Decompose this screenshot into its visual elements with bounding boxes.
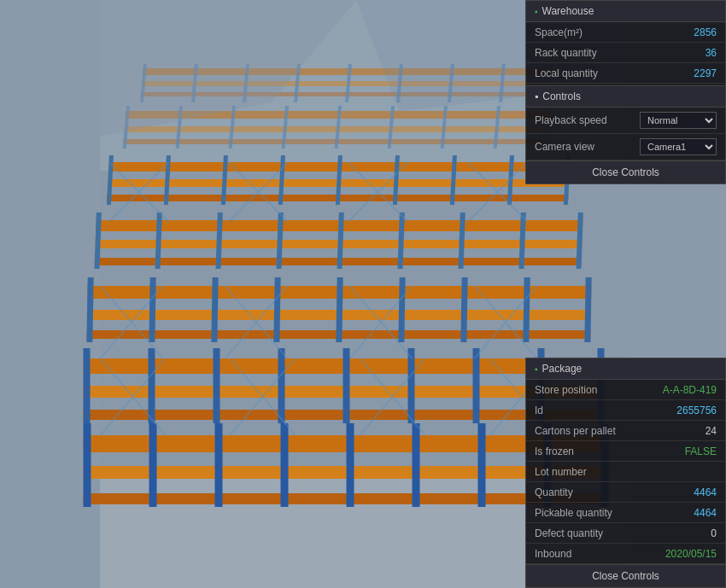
package-inbound-row: Inbound 2020/05/15 [526, 544, 725, 564]
package-defect-value: 0 [711, 527, 717, 539]
warehouse-local-row: Local quantity 2297 [526, 63, 725, 84]
svg-rect-57 [273, 277, 280, 342]
warehouse-rack-label: Rack quantity [535, 47, 706, 59]
controls-section-header: ▪ Controls [526, 85, 725, 108]
svg-rect-60 [460, 277, 467, 342]
camera-view-label: Camera view [535, 141, 640, 153]
package-defect-row: Defect quantity 0 [526, 523, 725, 544]
svg-rect-58 [336, 277, 343, 342]
package-store-position-value: A-A-8D-419 [663, 384, 717, 396]
svg-rect-71 [408, 348, 415, 423]
playback-speed-select[interactable]: Normal Slow Fast [640, 112, 717, 129]
package-pickable-label: Pickable quantity [535, 507, 694, 519]
package-quantity-row: Quantity 4464 [526, 482, 725, 503]
package-inbound-value: 2020/05/15 [665, 548, 717, 560]
playback-speed-label: Playback speed [535, 114, 640, 126]
package-panel-header: ▪ Package [526, 358, 725, 380]
warehouse-space-row: Space(m²) 2856 [526, 22, 725, 43]
warehouse-panel: ▪ Warehouse Space(m²) 2856 Rack quantity… [525, 0, 726, 184]
package-bullet-icon: ▪ [535, 364, 538, 374]
warehouse-panel-body: Space(m²) 2856 Rack quantity 36 Local qu… [526, 22, 725, 84]
warehouse-local-value: 2297 [694, 67, 717, 79]
package-pickable-value: 4464 [694, 507, 717, 519]
package-frozen-label: Is frozen [535, 445, 685, 457]
svg-rect-82 [347, 423, 354, 507]
warehouse-local-label: Local quantity [535, 67, 694, 79]
package-cartons-row: Cartons per pallet 24 [526, 421, 725, 441]
svg-rect-78 [84, 423, 91, 507]
warehouse-close-controls-button[interactable]: Close Controls [526, 160, 725, 183]
svg-rect-66 [84, 348, 91, 423]
warehouse-space-value: 2856 [694, 26, 717, 38]
playback-speed-row: Playback speed Normal Slow Fast [526, 108, 725, 134]
package-defect-label: Defect quantity [535, 527, 711, 539]
camera-view-select[interactable]: Camera1 Camera2 Camera3 [640, 138, 717, 155]
package-lot-row: Lot number [526, 462, 725, 482]
package-panel-title: Package [542, 363, 583, 375]
package-id-row: Id 2655756 [526, 400, 725, 421]
warehouse-rack-row: Rack quantity 36 [526, 43, 725, 63]
svg-rect-80 [215, 423, 223, 507]
warehouse-panel-header: ▪ Warehouse [526, 1, 725, 22]
package-quantity-value: 4464 [694, 486, 717, 498]
package-inbound-label: Inbound [535, 548, 665, 560]
package-store-position-label: Store position [535, 384, 663, 396]
svg-rect-54 [86, 277, 93, 342]
warehouse-space-label: Space(m²) [535, 26, 694, 38]
controls-section-title: Controls [542, 90, 581, 102]
svg-rect-56 [211, 277, 218, 342]
controls-bullet-icon: ▪ [535, 90, 538, 102]
svg-rect-72 [473, 348, 480, 423]
svg-rect-81 [281, 423, 289, 507]
package-close-controls-button[interactable]: Close Controls [526, 564, 725, 587]
svg-rect-68 [214, 348, 220, 423]
package-id-value: 2655756 [676, 405, 717, 416]
package-panel: ▪ Package Store position A-A-8D-419 Id 2… [525, 358, 726, 588]
svg-rect-59 [398, 277, 405, 342]
package-cartons-value: 24 [706, 425, 717, 437]
package-panel-body: Store position A-A-8D-419 Id 2655756 Car… [526, 380, 725, 564]
warehouse-bullet-icon: ▪ [535, 7, 538, 16]
package-pickable-row: Pickable quantity 4464 [526, 503, 725, 523]
svg-rect-67 [149, 348, 155, 423]
camera-view-row: Camera view Camera1 Camera2 Camera3 [526, 134, 725, 160]
warehouse-rack-value: 36 [706, 47, 717, 59]
svg-rect-61 [523, 277, 530, 342]
package-lot-label: Lot number [535, 466, 717, 478]
svg-rect-62 [584, 277, 591, 342]
svg-rect-84 [478, 423, 486, 507]
package-id-label: Id [535, 405, 676, 416]
svg-rect-83 [413, 423, 420, 507]
svg-rect-70 [343, 348, 350, 423]
svg-rect-79 [149, 423, 157, 507]
package-frozen-value: FALSE [685, 445, 717, 457]
svg-rect-55 [149, 277, 155, 342]
package-cartons-label: Cartons per pallet [535, 425, 706, 437]
package-frozen-row: Is frozen FALSE [526, 441, 725, 462]
package-store-position-row: Store position A-A-8D-419 [526, 380, 725, 400]
warehouse-panel-title: Warehouse [542, 5, 594, 17]
package-quantity-label: Quantity [535, 486, 694, 498]
svg-rect-69 [278, 348, 285, 423]
